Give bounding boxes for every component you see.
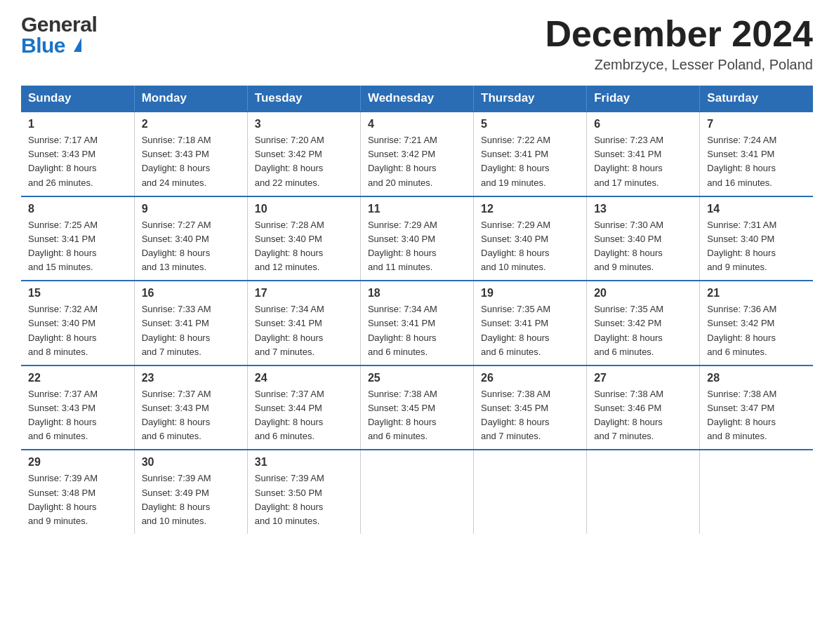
day-number: 7 [707, 118, 806, 130]
day-info: Sunrise: 7:34 AM Sunset: 3:41 PM Dayligh… [368, 302, 466, 359]
calendar-cell [587, 450, 700, 534]
calendar-cell: 24 Sunrise: 7:37 AM Sunset: 3:44 PM Dayl… [247, 365, 360, 450]
calendar-cell: 13 Sunrise: 7:30 AM Sunset: 3:40 PM Dayl… [587, 196, 700, 281]
day-number: 18 [368, 287, 466, 300]
day-info: Sunrise: 7:35 AM Sunset: 3:42 PM Dayligh… [594, 302, 692, 359]
location: Zembrzyce, Lesser Poland, Poland [545, 57, 813, 73]
calendar-cell: 11 Sunrise: 7:29 AM Sunset: 3:40 PM Dayl… [360, 196, 473, 281]
page-header: General Blue December 2024 Zembrzyce, Le… [21, 14, 813, 73]
day-number: 14 [707, 203, 806, 215]
day-info: Sunrise: 7:38 AM Sunset: 3:45 PM Dayligh… [368, 387, 466, 444]
day-number: 5 [481, 118, 579, 130]
day-number: 2 [142, 118, 240, 130]
day-info: Sunrise: 7:37 AM Sunset: 3:44 PM Dayligh… [255, 387, 353, 444]
calendar-week-row: 29 Sunrise: 7:39 AM Sunset: 3:48 PM Dayl… [21, 450, 813, 534]
calendar-cell: 20 Sunrise: 7:35 AM Sunset: 3:42 PM Dayl… [587, 281, 700, 365]
day-number: 20 [594, 287, 692, 300]
day-number: 26 [481, 372, 579, 384]
day-number: 30 [142, 456, 240, 469]
day-info: Sunrise: 7:36 AM Sunset: 3:42 PM Dayligh… [707, 302, 806, 359]
logo-triangle-icon [74, 38, 81, 52]
calendar-cell: 14 Sunrise: 7:31 AM Sunset: 3:40 PM Dayl… [700, 196, 813, 281]
day-info: Sunrise: 7:21 AM Sunset: 3:42 PM Dayligh… [368, 133, 466, 190]
calendar-cell: 21 Sunrise: 7:36 AM Sunset: 3:42 PM Dayl… [700, 281, 813, 365]
calendar-cell: 1 Sunrise: 7:17 AM Sunset: 3:43 PM Dayli… [21, 112, 134, 196]
day-info: Sunrise: 7:31 AM Sunset: 3:40 PM Dayligh… [707, 218, 806, 275]
day-of-week-header: Sunday [21, 86, 134, 112]
calendar-cell: 17 Sunrise: 7:34 AM Sunset: 3:41 PM Dayl… [247, 281, 360, 365]
day-info: Sunrise: 7:18 AM Sunset: 3:43 PM Dayligh… [142, 133, 240, 190]
day-number: 4 [368, 118, 466, 130]
day-info: Sunrise: 7:23 AM Sunset: 3:41 PM Dayligh… [594, 133, 692, 190]
day-of-week-header: Friday [587, 86, 700, 112]
calendar-cell: 7 Sunrise: 7:24 AM Sunset: 3:41 PM Dayli… [700, 112, 813, 196]
calendar-week-row: 8 Sunrise: 7:25 AM Sunset: 3:41 PM Dayli… [21, 196, 813, 281]
day-info: Sunrise: 7:22 AM Sunset: 3:41 PM Dayligh… [481, 133, 579, 190]
calendar-cell: 27 Sunrise: 7:38 AM Sunset: 3:46 PM Dayl… [587, 365, 700, 450]
calendar-cell: 19 Sunrise: 7:35 AM Sunset: 3:41 PM Dayl… [474, 281, 587, 365]
day-number: 17 [255, 287, 353, 300]
calendar-cell: 8 Sunrise: 7:25 AM Sunset: 3:41 PM Dayli… [21, 196, 134, 281]
day-number: 6 [594, 118, 692, 130]
title-block: December 2024 Zembrzyce, Lesser Poland, … [545, 14, 813, 73]
calendar-cell: 15 Sunrise: 7:32 AM Sunset: 3:40 PM Dayl… [21, 281, 134, 365]
day-info: Sunrise: 7:17 AM Sunset: 3:43 PM Dayligh… [28, 133, 127, 190]
calendar-cell: 4 Sunrise: 7:21 AM Sunset: 3:42 PM Dayli… [360, 112, 473, 196]
day-number: 29 [28, 456, 127, 469]
day-info: Sunrise: 7:38 AM Sunset: 3:47 PM Dayligh… [707, 387, 806, 444]
month-title: December 2024 [545, 14, 813, 54]
calendar-cell: 5 Sunrise: 7:22 AM Sunset: 3:41 PM Dayli… [474, 112, 587, 196]
day-number: 31 [255, 456, 353, 469]
day-of-week-header: Thursday [474, 86, 587, 112]
day-info: Sunrise: 7:39 AM Sunset: 3:49 PM Dayligh… [142, 471, 240, 528]
day-number: 8 [28, 203, 127, 215]
day-number: 28 [707, 372, 806, 384]
calendar-cell: 22 Sunrise: 7:37 AM Sunset: 3:43 PM Dayl… [21, 365, 134, 450]
logo-blue: Blue [21, 35, 97, 56]
calendar-cell [360, 450, 473, 534]
logo: General Blue [21, 14, 97, 56]
calendar-header-row: SundayMondayTuesdayWednesdayThursdayFrid… [21, 86, 813, 112]
day-info: Sunrise: 7:37 AM Sunset: 3:43 PM Dayligh… [142, 387, 240, 444]
day-number: 27 [594, 372, 692, 384]
day-info: Sunrise: 7:35 AM Sunset: 3:41 PM Dayligh… [481, 302, 579, 359]
day-info: Sunrise: 7:39 AM Sunset: 3:48 PM Dayligh… [28, 471, 127, 528]
day-number: 19 [481, 287, 579, 300]
calendar-week-row: 22 Sunrise: 7:37 AM Sunset: 3:43 PM Dayl… [21, 365, 813, 450]
day-number: 10 [255, 203, 353, 215]
calendar-cell: 25 Sunrise: 7:38 AM Sunset: 3:45 PM Dayl… [360, 365, 473, 450]
day-number: 15 [28, 287, 127, 300]
day-of-week-header: Tuesday [247, 86, 360, 112]
calendar-table: SundayMondayTuesdayWednesdayThursdayFrid… [21, 86, 813, 534]
calendar-cell: 31 Sunrise: 7:39 AM Sunset: 3:50 PM Dayl… [247, 450, 360, 534]
calendar-cell: 10 Sunrise: 7:28 AM Sunset: 3:40 PM Dayl… [247, 196, 360, 281]
day-number: 23 [142, 372, 240, 384]
day-info: Sunrise: 7:29 AM Sunset: 3:40 PM Dayligh… [368, 218, 466, 275]
day-info: Sunrise: 7:20 AM Sunset: 3:42 PM Dayligh… [255, 133, 353, 190]
calendar-cell: 18 Sunrise: 7:34 AM Sunset: 3:41 PM Dayl… [360, 281, 473, 365]
day-of-week-header: Wednesday [360, 86, 473, 112]
day-number: 3 [255, 118, 353, 130]
day-info: Sunrise: 7:38 AM Sunset: 3:45 PM Dayligh… [481, 387, 579, 444]
calendar-cell: 26 Sunrise: 7:38 AM Sunset: 3:45 PM Dayl… [474, 365, 587, 450]
day-number: 16 [142, 287, 240, 300]
calendar-cell: 29 Sunrise: 7:39 AM Sunset: 3:48 PM Dayl… [21, 450, 134, 534]
day-of-week-header: Monday [134, 86, 247, 112]
calendar-week-row: 1 Sunrise: 7:17 AM Sunset: 3:43 PM Dayli… [21, 112, 813, 196]
logo-general: General [21, 14, 97, 35]
day-info: Sunrise: 7:25 AM Sunset: 3:41 PM Dayligh… [28, 218, 127, 275]
calendar-cell: 12 Sunrise: 7:29 AM Sunset: 3:40 PM Dayl… [474, 196, 587, 281]
day-number: 22 [28, 372, 127, 384]
calendar-cell: 6 Sunrise: 7:23 AM Sunset: 3:41 PM Dayli… [587, 112, 700, 196]
day-info: Sunrise: 7:29 AM Sunset: 3:40 PM Dayligh… [481, 218, 579, 275]
calendar-cell: 9 Sunrise: 7:27 AM Sunset: 3:40 PM Dayli… [134, 196, 247, 281]
day-number: 1 [28, 118, 127, 130]
day-info: Sunrise: 7:38 AM Sunset: 3:46 PM Dayligh… [594, 387, 692, 444]
day-info: Sunrise: 7:27 AM Sunset: 3:40 PM Dayligh… [142, 218, 240, 275]
calendar-cell: 2 Sunrise: 7:18 AM Sunset: 3:43 PM Dayli… [134, 112, 247, 196]
calendar-cell: 28 Sunrise: 7:38 AM Sunset: 3:47 PM Dayl… [700, 365, 813, 450]
day-number: 13 [594, 203, 692, 215]
day-info: Sunrise: 7:30 AM Sunset: 3:40 PM Dayligh… [594, 218, 692, 275]
day-info: Sunrise: 7:37 AM Sunset: 3:43 PM Dayligh… [28, 387, 127, 444]
calendar-cell [474, 450, 587, 534]
